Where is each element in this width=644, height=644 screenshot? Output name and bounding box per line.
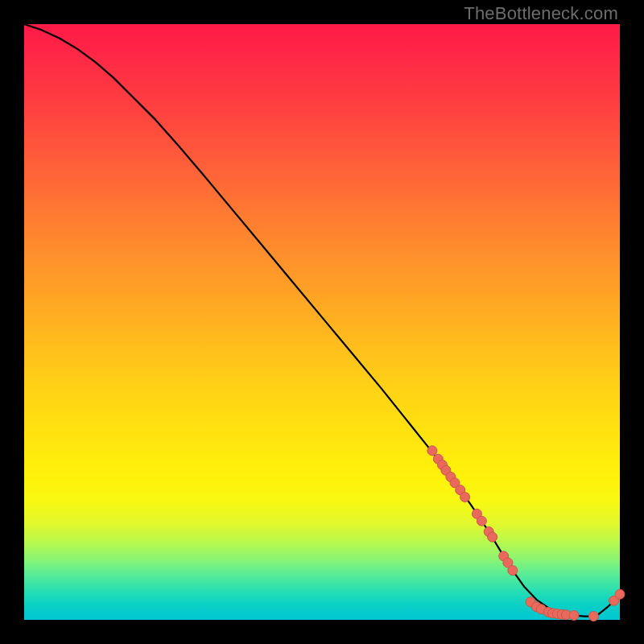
chart-frame: TheBottleneck.com [0,0,644,644]
data-point [460,493,470,502]
chart-markers [427,446,625,621]
data-point [488,532,497,542]
watermark-text: TheBottleneck.com [464,3,618,24]
chart-svg [24,24,620,620]
data-point [615,589,625,599]
data-point [569,610,579,620]
data-point [508,566,518,576]
chart-plot-area [24,24,620,620]
bottleneck-curve [24,24,620,617]
data-point [477,516,486,526]
data-point [588,612,598,621]
data-point [427,446,437,456]
